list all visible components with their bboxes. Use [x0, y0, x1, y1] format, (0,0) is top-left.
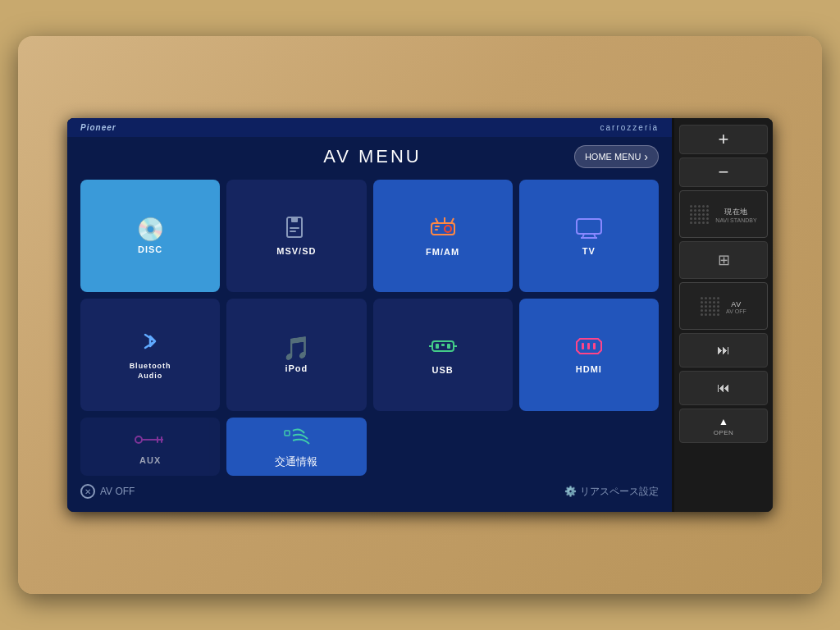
svg-rect-21	[582, 343, 584, 349]
menu-item-hdmi[interactable]: HDMI	[519, 299, 659, 411]
msv-icon	[284, 216, 308, 243]
carrozzeria-brand: carrozzeria	[600, 123, 659, 132]
menu-item-ipod[interactable]: 🎵 iPod	[226, 299, 366, 411]
bluetooth-icon	[139, 328, 162, 358]
head-unit: Pioneer carrozzeria AV MENU HOME MENU 💿 …	[67, 118, 773, 512]
fmam-icon	[428, 215, 458, 244]
menu-item-usb[interactable]: USB	[373, 299, 513, 411]
fmam-label: FM/AM	[426, 247, 459, 257]
grid-icon: ⊞	[718, 251, 730, 269]
svg-rect-22	[587, 343, 590, 349]
grid-menu-button[interactable]: ⊞	[679, 241, 768, 279]
disc-label: DISC	[138, 244, 162, 254]
open-label: OPEN	[714, 429, 734, 436]
menu-item-tv[interactable]: TV	[519, 180, 659, 292]
pioneer-brand: Pioneer	[80, 123, 116, 132]
bluetooth-label: BluetoothAudio	[130, 362, 171, 381]
svg-rect-1	[291, 217, 298, 222]
tv-label: TV	[582, 246, 596, 256]
hdmi-icon	[573, 336, 605, 361]
skip-forward-icon: ⏭	[717, 343, 730, 358]
svg-rect-26	[157, 436, 158, 443]
rear-space-label: リアスペース設定	[580, 485, 659, 499]
screen: Pioneer carrozzeria AV MENU HOME MENU 💿 …	[67, 118, 674, 512]
home-menu-button[interactable]: HOME MENU	[574, 145, 659, 168]
menu-item-bluetooth[interactable]: BluetoothAudio	[80, 299, 220, 411]
nav-label: 現在地	[724, 207, 748, 217]
volume-down-button[interactable]: −	[679, 158, 768, 187]
svg-rect-5	[435, 226, 440, 227]
control-panel: + − 現在地 NAVI STAN	[674, 118, 773, 512]
svg-rect-23	[593, 343, 596, 349]
skip-back-button[interactable]: ⏮	[679, 371, 768, 405]
menu-item-traffic[interactable]: 交通情報	[226, 418, 366, 476]
gear-icon: ⚙️	[564, 486, 577, 497]
minus-icon: −	[719, 162, 729, 183]
traffic-label: 交通情報	[275, 454, 317, 469]
av-off-button[interactable]: ✕ AV OFF	[80, 484, 135, 499]
disc-icon: 💿	[136, 218, 165, 241]
av-speaker-dots	[701, 297, 719, 316]
svg-rect-6	[435, 229, 438, 231]
hdmi-label: HDMI	[576, 364, 602, 374]
plus-icon: +	[719, 129, 729, 150]
av-button[interactable]: AV AV OFF	[679, 282, 768, 330]
traffic-icon	[281, 424, 311, 451]
speaker-dots	[690, 205, 709, 224]
msv-label: MSV/SD	[276, 246, 316, 256]
skip-back-icon: ⏮	[717, 381, 730, 395]
menu-item-msv[interactable]: MSV/SD	[226, 180, 366, 292]
nav-sublabel: NAVI STANDBY	[715, 217, 756, 223]
svg-rect-28	[285, 431, 290, 436]
svg-point-7	[445, 226, 451, 232]
svg-rect-17	[441, 344, 445, 346]
aux-icon	[134, 429, 167, 452]
svg-rect-2	[290, 227, 299, 229]
svg-point-24	[135, 436, 142, 443]
bottom-bar: ✕ AV OFF ⚙️ リアスペース設定	[80, 484, 659, 499]
menu-item-disc[interactable]: 💿 DISC	[80, 180, 220, 292]
skip-forward-button[interactable]: ⏭	[679, 333, 768, 368]
ipod-icon: 🎵	[282, 337, 311, 360]
usb-label: USB	[432, 365, 454, 375]
av-sublabel: AV OFF	[726, 308, 746, 314]
nav-button[interactable]: 現在地 NAVI STANDBY	[679, 190, 768, 238]
svg-rect-11	[577, 219, 601, 234]
ipod-label: iPod	[285, 363, 308, 373]
av-off-icon: ✕	[80, 484, 95, 499]
av-label: AV	[731, 300, 741, 308]
rear-space-button[interactable]: ⚙️ リアスペース設定	[564, 485, 659, 499]
menu-item-aux[interactable]: AUX	[80, 418, 220, 476]
menu-item-fmam[interactable]: FM/AM	[373, 180, 513, 292]
open-icon: ▲	[719, 416, 728, 427]
screen-content: AV MENU HOME MENU 💿 DISC	[67, 137, 672, 512]
open-button[interactable]: ▲ OPEN	[679, 409, 768, 443]
aux-label: AUX	[139, 455, 161, 465]
menu-grid: 💿 DISC MSV/SD	[80, 180, 659, 476]
av-menu-title: AV MENU	[171, 146, 574, 167]
svg-line-10	[451, 218, 454, 223]
car-panel: Pioneer carrozzeria AV MENU HOME MENU 💿 …	[18, 36, 822, 594]
svg-rect-16	[436, 344, 439, 349]
usb-icon	[429, 335, 457, 362]
volume-up-button[interactable]: +	[679, 125, 768, 154]
top-bar: Pioneer carrozzeria	[67, 118, 672, 137]
svg-rect-3	[290, 231, 296, 232]
tv-icon	[574, 216, 604, 243]
av-header: AV MENU HOME MENU	[80, 145, 659, 168]
svg-rect-27	[161, 436, 162, 443]
svg-rect-18	[447, 344, 450, 349]
av-off-label: AV OFF	[100, 486, 135, 497]
